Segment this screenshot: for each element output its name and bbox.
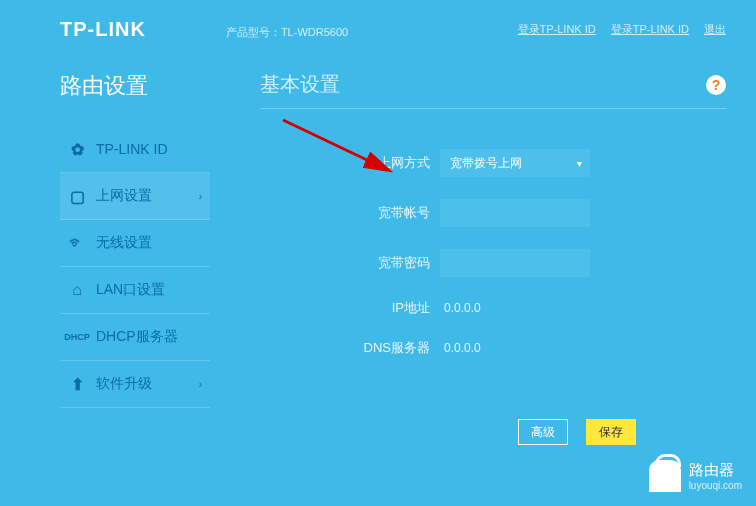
watermark-title: 路由器 <box>689 461 742 480</box>
save-button[interactable]: 保存 <box>586 419 636 445</box>
product-model: 产品型号：TL-WDR5600 <box>226 25 348 40</box>
chevron-right-icon: › <box>199 191 202 202</box>
sidebar-item-wan[interactable]: ▢ 上网设置 › <box>60 173 210 220</box>
sidebar-item-wireless[interactable]: ᯤ 无线设置 <box>60 220 210 267</box>
sidebar-item-upgrade[interactable]: ⬆ 软件升级 › <box>60 361 210 408</box>
ip-label: IP地址 <box>360 299 430 317</box>
sidebar-item-label: 上网设置 <box>96 187 199 205</box>
account-label: 宽带帐号 <box>360 204 430 222</box>
login-link-1[interactable]: 登录TP-LINK ID <box>518 22 596 37</box>
router-icon <box>649 460 681 492</box>
sidebar: 路由设置 ✿ TP-LINK ID ▢ 上网设置 › ᯤ 无线设置 ⌂ LAN口… <box>60 51 210 445</box>
sidebar-item-label: 无线设置 <box>96 234 202 252</box>
password-label: 宽带密码 <box>360 254 430 272</box>
help-icon[interactable]: ? <box>706 75 726 95</box>
section-title: 基本设置 <box>260 71 340 98</box>
sidebar-item-label: DHCP服务器 <box>96 328 202 346</box>
wan-type-value: 宽带拨号上网 <box>450 155 522 172</box>
monitor-icon: ▢ <box>68 187 86 205</box>
watermark: 路由器 luyouqi.com <box>649 460 742 492</box>
watermark-sub: luyouqi.com <box>689 480 742 491</box>
logout-link[interactable]: 退出 <box>704 22 726 37</box>
upload-icon: ⬆ <box>68 375 86 393</box>
sidebar-item-label: LAN口设置 <box>96 281 202 299</box>
dns-value: 0.0.0.0 <box>440 341 481 355</box>
advanced-button[interactable]: 高级 <box>518 419 568 445</box>
wan-type-label: 上网方式 <box>360 154 430 172</box>
sidebar-title: 路由设置 <box>60 71 210 101</box>
wifi-icon: ᯤ <box>68 234 86 252</box>
gear-icon: ✿ <box>68 140 86 158</box>
dhcp-icon: DHCP <box>68 328 86 346</box>
sidebar-item-label: TP-LINK ID <box>96 141 202 157</box>
sidebar-item-dhcp[interactable]: DHCP DHCP服务器 <box>60 314 210 361</box>
sidebar-item-label: 软件升级 <box>96 375 199 393</box>
login-link-2[interactable]: 登录TP-LINK ID <box>611 22 689 37</box>
sidebar-item-tplink-id[interactable]: ✿ TP-LINK ID <box>60 126 210 173</box>
wan-type-select[interactable]: 宽带拨号上网 <box>440 149 590 177</box>
dns-label: DNS服务器 <box>360 339 430 357</box>
chevron-right-icon: › <box>199 379 202 390</box>
account-input[interactable] <box>440 199 590 227</box>
brand-logo: TP-LINK <box>60 18 146 41</box>
sidebar-item-lan[interactable]: ⌂ LAN口设置 <box>60 267 210 314</box>
password-input[interactable] <box>440 249 590 277</box>
lan-icon: ⌂ <box>68 281 86 299</box>
ip-value: 0.0.0.0 <box>440 301 481 315</box>
